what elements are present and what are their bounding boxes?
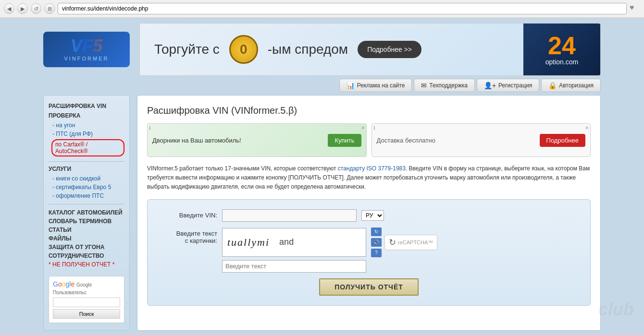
google-search-button[interactable]: Поиск (53, 309, 120, 319)
captcha-help-icon: ? (375, 250, 378, 255)
submit-button[interactable]: ПОЛУЧИТЬ ОТЧЁТ (319, 278, 419, 296)
banner-content: Торгуйте с 0 -ым спредом Подробнее >> 24… (140, 24, 600, 75)
reklama-label: Реклама на сайте (357, 82, 405, 89)
banner-option: option.com (545, 58, 578, 66)
captcha-label-text: Введите текстс картинки: (176, 230, 217, 244)
sidebar-item-ne-poluchen[interactable]: * НЕ ПОЛУЧЕН ОТЧЕТ * (49, 260, 124, 269)
captcha-refresh-button[interactable]: ↻ (371, 227, 382, 236)
sidebar-item-faily[interactable]: ФАЙЛЫ (49, 234, 124, 243)
chart-icon: 📊 (347, 82, 355, 89)
captcha-row: Введите текстс картинки: tuallymi and ↻ (160, 227, 578, 273)
content-area: Расшифровка VIN (VINformer.5.β) ℹ ✕ Двор… (137, 95, 601, 331)
sidebar-vin-title[interactable]: РАСШИФРОВКА VIN (49, 103, 124, 109)
address-bar[interactable] (58, 3, 627, 14)
page-wrapper: VF5 VINFORMER Торгуйте с 0 -ым спредом П… (34, 18, 610, 335)
ad2-text: Доставка бесплатно (377, 137, 435, 144)
login-label: Авторизация (559, 82, 594, 89)
content-ad-1: ℹ ✕ Дворники на Ваш автомобиль! Купить (147, 123, 367, 157)
favorite-button[interactable]: ♥ (630, 3, 640, 14)
sidebar-item-ugon[interactable]: - на угон (49, 121, 124, 130)
captcha-audio-icon: 🔊 (373, 239, 379, 245)
banner-button[interactable]: Подробнее >> (358, 41, 421, 58)
description-text: VINformer.5 работает только 17-значными … (147, 164, 591, 192)
logo-vf5: VF5 (51, 37, 122, 55)
register-label: Регистрация (498, 82, 532, 89)
vin-row: Введите VIN: РУ EN (160, 209, 578, 222)
login-button[interactable]: 🔒 Авторизация (541, 79, 601, 92)
lock-icon: 🔒 (548, 82, 557, 89)
refresh-button[interactable]: ↺ (31, 3, 41, 14)
sidebar-item-sertifikaty[interactable]: - сертификаты Евро 5 (49, 183, 124, 191)
ad2-close-icon[interactable]: ✕ (585, 125, 589, 131)
banner-main: Торгуйте с 0 -ым спредом Подробнее >> (140, 24, 523, 75)
captcha-input[interactable] (222, 260, 366, 273)
captcha-image-text2: and (279, 237, 294, 247)
ad2-button[interactable]: Подробнее (540, 134, 585, 147)
page-title: Расшифровка VIN (VINformer.5.β) (147, 105, 591, 116)
sidebar-item-zashita[interactable]: ЗАЩИТА ОТ УГОНА (49, 243, 124, 251)
ad1-text: Дворники на Ваш автомобиль! (152, 137, 241, 144)
google-search-input[interactable] (53, 298, 120, 307)
nav-bar: 📊 Реклама на сайте ✉ Техподдержка 👤+ Рег… (34, 76, 610, 95)
submit-row: ПОЛУЧИТЬ ОТЧЁТ (160, 278, 578, 296)
sidebar-section-uslugi: УСЛУГИ - книги со скидкой - сертификаты … (49, 166, 124, 200)
sidebar-item-knigi[interactable]: - книги со скидкой (49, 174, 124, 183)
sidebar-divider-1 (49, 161, 124, 162)
header-area: VF5 VINFORMER Торгуйте с 0 -ым спредом П… (34, 18, 610, 76)
captcha-controls: ↻ 🔊 ? (371, 227, 382, 257)
recaptcha-text: reCAPTCHA™ (398, 239, 433, 245)
user-plus-icon: 👤+ (484, 82, 496, 89)
support-button[interactable]: ✉ Техподдержка (414, 79, 475, 92)
ad2-info-icon: ℹ (373, 125, 375, 131)
support-label: Техподдержка (429, 82, 468, 89)
sidebar-item-carfax[interactable]: по Carfax® / AutoCheck® (51, 139, 124, 156)
sidebar-item-oformlenie[interactable]: - оформление ПТС (49, 191, 124, 200)
captcha-image-box: tuallymi and (222, 228, 366, 257)
captcha-image-text1: tuallymi (227, 236, 270, 249)
sidebar-item-katalog[interactable]: КАТАЛОГ АВТОМОБИЛЕЙ (49, 208, 124, 217)
browser-toolbar: ◀ ▶ ↺ ⊞ ♥ (0, 0, 644, 18)
register-button[interactable]: 👤+ Регистрация (477, 79, 539, 92)
lang-select[interactable]: РУ EN (361, 210, 384, 221)
browser-chrome: ◀ ▶ ↺ ⊞ ♥ (0, 0, 644, 18)
forward-button[interactable]: ▶ (17, 3, 28, 14)
desc-link[interactable]: стандарту ISO 3779-1983 (338, 165, 406, 172)
banner-zero: 0 (229, 35, 258, 64)
recaptcha-refresh-icon: ↻ (389, 237, 396, 248)
main-content: РАСШИФРОВКА VIN ПРОВЕРКА - на угон - ПТС… (34, 95, 610, 335)
vin-label: Введите VIN: (160, 212, 217, 219)
captcha-refresh-icon: ↻ (374, 229, 378, 234)
sidebar: РАСШИФРОВКА VIN ПРОВЕРКА - на угон - ПТС… (43, 95, 130, 331)
google-search-box: Google Google Пользовательс Поиск (49, 276, 124, 323)
banner-right: 24 option.com (523, 24, 600, 75)
logo-box: VF5 VINFORMER (43, 32, 130, 67)
top-banner: Торгуйте с 0 -ым спредом Подробнее >> 24… (139, 23, 601, 76)
mail-icon: ✉ (421, 82, 427, 89)
captcha-label: Введите текстс картинки: (160, 227, 217, 244)
sidebar-item-sotrudnichestvo[interactable]: СОТРУДНИЧЕСТВО (49, 251, 124, 260)
google-logo: Google Google Пользовательс (53, 280, 120, 296)
grid-button[interactable]: ⊞ (44, 3, 55, 14)
captcha-content: tuallymi and ↻ 🔊 (222, 227, 437, 273)
ad1-close-icon[interactable]: ✕ (361, 125, 365, 131)
vin-input[interactable] (222, 209, 357, 222)
sidebar-proverka-title[interactable]: ПРОВЕРКА (49, 112, 124, 119)
sidebar-section-proverka: ПРОВЕРКА - на угон - ПТС (для РФ) по Car… (49, 112, 124, 157)
captcha-audio-button[interactable]: 🔊 (371, 238, 382, 247)
banner-text2: -ым спредом (268, 42, 348, 57)
form-container: Введите VIN: РУ EN Введите текстс картин… (147, 199, 591, 306)
content-ads: ℹ ✕ Дворники на Ваш автомобиль! Купить ℹ… (147, 123, 591, 157)
sidebar-item-slovar[interactable]: СЛОВАРЬ ТЕРМИНОВ (49, 217, 124, 226)
logo-subtitle: VINFORMER (51, 56, 122, 61)
logo-area: VF5 VINFORMER (43, 32, 130, 67)
content-ad-2: ℹ ✕ Доставка бесплатно Подробнее (372, 123, 591, 157)
captcha-help-button[interactable]: ? (371, 249, 382, 257)
sidebar-item-stati[interactable]: СТАТЬИ (49, 226, 124, 234)
sidebar-item-pts[interactable]: - ПТС (для РФ) (49, 130, 124, 138)
banner-text1: Торгуйте с (154, 42, 220, 57)
sidebar-section-vin: РАСШИФРОВКА VIN (49, 103, 124, 109)
sidebar-uslugi-title[interactable]: УСЛУГИ (49, 166, 124, 172)
reklama-button[interactable]: 📊 Реклама на сайте (339, 79, 412, 92)
back-button[interactable]: ◀ (4, 3, 14, 14)
ad1-button[interactable]: Купить (328, 134, 361, 147)
